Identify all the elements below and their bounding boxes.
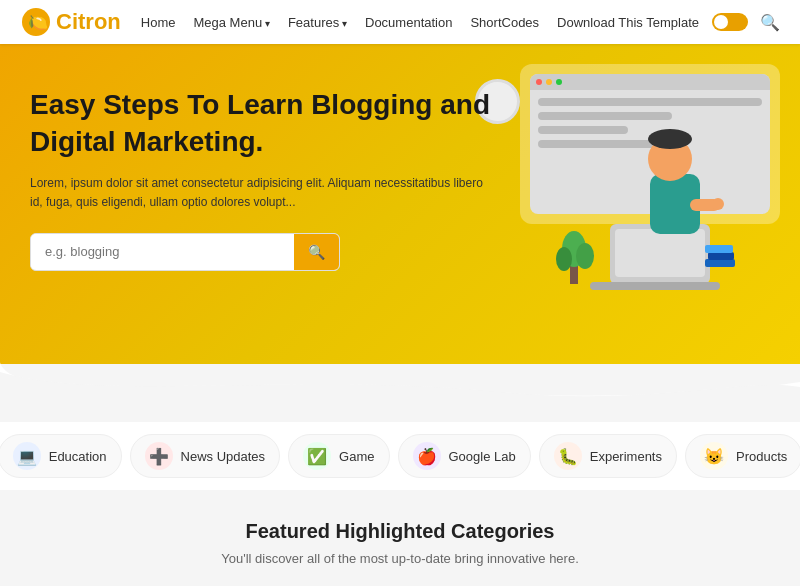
nav-home[interactable]: Home (141, 15, 176, 30)
svg-rect-3 (615, 229, 705, 277)
logo-icon: 🍋 (20, 6, 52, 38)
hero-subtitle: Lorem, ipsum dolor sit amet consectetur … (30, 174, 490, 212)
category-news-updates[interactable]: ➕ News Updates (130, 434, 281, 478)
theme-toggle[interactable] (712, 13, 748, 31)
svg-rect-16 (705, 245, 733, 253)
google-lab-label: Google Lab (449, 449, 516, 464)
education-icon: 💻 (13, 442, 41, 470)
education-label: Education (49, 449, 107, 464)
nav-links: Home Mega Menu Features Documentation Sh… (141, 15, 712, 30)
person-illustration (550, 104, 750, 284)
category-education[interactable]: 💻 Education (0, 434, 122, 478)
featured-section: Featured Highlighted Categories You'll d… (0, 490, 800, 586)
game-icon: ✅ (303, 442, 331, 470)
logo[interactable]: 🍋 Citron (20, 6, 121, 38)
svg-rect-4 (590, 282, 720, 290)
svg-rect-15 (708, 252, 734, 260)
category-game[interactable]: ✅ Game (288, 434, 389, 478)
category-products[interactable]: 😺 Products (685, 434, 800, 478)
logo-text: Citron (56, 9, 121, 35)
svg-point-7 (648, 129, 692, 149)
search-button[interactable]: 🔍 (294, 234, 339, 270)
categories-bar: 💻 Education ➕ News Updates ✅ Game 🍎 Goog… (0, 422, 800, 490)
featured-title: Featured Highlighted Categories (20, 520, 780, 543)
navbar: 🍋 Citron Home Mega Menu Features Documen… (0, 0, 800, 44)
category-experiments[interactable]: 🐛 Experiments (539, 434, 677, 478)
category-google-lab[interactable]: 🍎 Google Lab (398, 434, 531, 478)
nav-documentation[interactable]: Documentation (365, 15, 452, 30)
featured-subtitle: You'll discover all of the most up-to-da… (20, 551, 780, 566)
game-label: Game (339, 449, 374, 464)
svg-point-9 (712, 198, 724, 210)
google-lab-icon: 🍎 (413, 442, 441, 470)
nav-download[interactable]: Download This Template (557, 15, 699, 30)
wave-separator (0, 362, 800, 422)
svg-text:🍋: 🍋 (28, 13, 48, 32)
products-label: Products (736, 449, 787, 464)
hero-illustration (490, 64, 780, 304)
news-updates-icon: ➕ (145, 442, 173, 470)
nav-shortcodes[interactable]: ShortCodes (470, 15, 539, 30)
svg-point-13 (576, 243, 594, 269)
svg-point-12 (556, 247, 572, 271)
nav-right: 🔍 (712, 13, 780, 32)
news-updates-label: News Updates (181, 449, 266, 464)
nav-mega-menu[interactable]: Mega Menu (193, 15, 269, 30)
experiments-icon: 🐛 (554, 442, 582, 470)
products-icon: 😺 (700, 442, 728, 470)
experiments-label: Experiments (590, 449, 662, 464)
search-bar: 🔍 (30, 233, 340, 271)
svg-rect-14 (705, 259, 735, 267)
nav-features[interactable]: Features (288, 15, 347, 30)
hero-title: Easy Steps To Learn Blogging and Digital… (30, 87, 490, 160)
hero-section: Easy Steps To Learn Blogging and Digital… (0, 44, 800, 364)
search-icon[interactable]: 🔍 (760, 13, 780, 32)
search-input[interactable] (31, 234, 294, 269)
hero-content: Easy Steps To Learn Blogging and Digital… (30, 87, 490, 270)
